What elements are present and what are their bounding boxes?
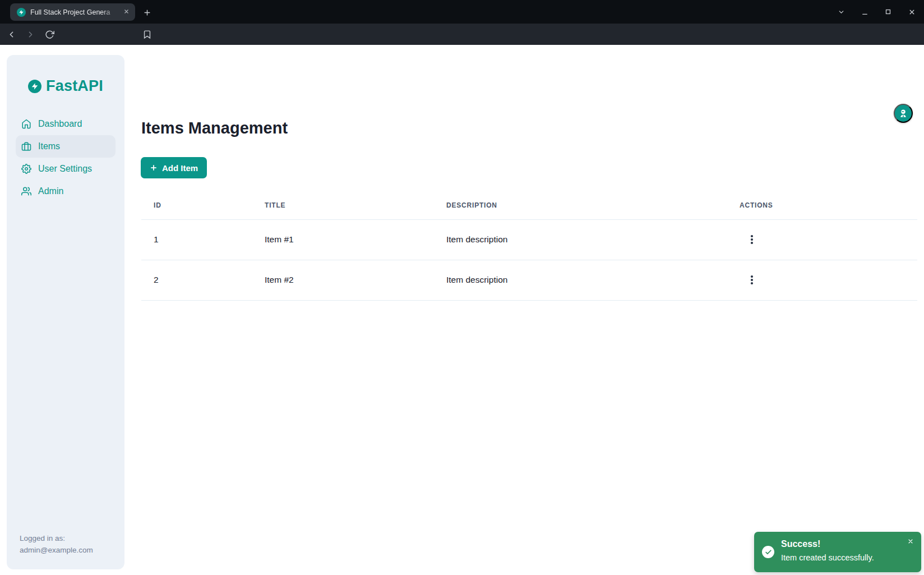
new-tab-button[interactable]: [139, 4, 155, 20]
users-icon: [21, 186, 31, 196]
items-table: ID TITLE DESCRIPTION ACTIONS 1 Item #1 I…: [141, 192, 917, 301]
table-header-row: ID TITLE DESCRIPTION ACTIONS: [141, 192, 917, 219]
sidebar: FastAPI Dashboard Items User Settings: [7, 55, 124, 569]
sidebar-item-label: Items: [38, 141, 60, 151]
toast-title: Success!: [781, 539, 820, 549]
add-item-button[interactable]: Add Item: [141, 157, 207, 178]
cell-title: Item #1: [252, 219, 434, 260]
browser-window: Full Stack Project Genera localhost/: [0, 0, 924, 575]
cell-id: 2: [141, 260, 252, 300]
bookmarks-icon[interactable]: [141, 29, 153, 40]
sidebar-item-label: Admin: [38, 186, 63, 196]
window-maximize-button[interactable]: [883, 6, 894, 17]
plus-icon: [150, 164, 158, 172]
reload-button-icon[interactable]: [44, 29, 55, 40]
cell-description: Item description: [434, 219, 727, 260]
toast-message: Item created successfully.: [781, 553, 874, 562]
row-actions-menu-button[interactable]: [744, 232, 760, 247]
browser-toolbar: localhost/items 1: [0, 24, 924, 45]
window-minimize-button[interactable]: [859, 6, 870, 17]
briefcase-icon: [21, 141, 31, 151]
user-astronaut-icon: [898, 108, 908, 118]
logged-in-info: Logged in as: admin@example.com: [20, 532, 93, 556]
cell-description: Item description: [434, 260, 727, 300]
sidebar-item-label: User Settings: [38, 164, 92, 174]
fastapi-favicon-icon: [17, 8, 26, 17]
tab-bar: Full Stack Project Genera: [0, 0, 924, 24]
user-avatar-button[interactable]: [894, 104, 913, 123]
app-page: FastAPI Dashboard Items User Settings: [0, 45, 924, 575]
fastapi-bolt-icon: [28, 80, 41, 93]
sidebar-item-dashboard[interactable]: Dashboard: [16, 113, 116, 135]
add-item-label: Add Item: [162, 163, 198, 173]
forward-button-icon[interactable]: [25, 29, 36, 40]
browser-tab[interactable]: Full Stack Project Genera: [10, 3, 135, 21]
sidebar-item-admin[interactable]: Admin: [16, 180, 116, 203]
tab-close-icon[interactable]: [122, 7, 131, 17]
cell-title: Item #2: [252, 260, 434, 300]
sidebar-item-label: Dashboard: [38, 119, 82, 129]
fastapi-logo: FastAPI: [7, 77, 124, 95]
sidebar-nav: Dashboard Items User Settings Admin: [7, 113, 124, 203]
table-row: 1 Item #1 Item description: [141, 219, 917, 260]
table-row: 2 Item #2 Item description: [141, 260, 917, 300]
column-header-id: ID: [141, 192, 252, 219]
cell-id: 1: [141, 219, 252, 260]
check-circle-icon: [762, 546, 774, 558]
tab-title: Full Stack Project Genera: [30, 8, 122, 16]
sidebar-item-items[interactable]: Items: [16, 135, 116, 158]
home-icon: [21, 119, 31, 129]
success-toast: Success! Item created successfully.: [754, 532, 921, 572]
window-close-button[interactable]: [906, 6, 917, 17]
page-title: Items Management: [141, 119, 288, 137]
logged-in-email: admin@example.com: [20, 544, 93, 556]
column-header-title: TITLE: [252, 192, 434, 219]
brand-name: FastAPI: [46, 77, 103, 95]
back-button-icon[interactable]: [6, 29, 17, 40]
gear-icon: [21, 164, 31, 174]
column-header-description: DESCRIPTION: [434, 192, 727, 219]
sidebar-item-user-settings[interactable]: User Settings: [16, 158, 116, 180]
column-header-actions: ACTIONS: [727, 192, 917, 219]
toast-close-icon[interactable]: [905, 536, 916, 546]
row-actions-menu-button[interactable]: [744, 272, 760, 288]
logged-in-label: Logged in as:: [20, 532, 93, 544]
tab-search-chevron-icon[interactable]: [835, 6, 847, 17]
